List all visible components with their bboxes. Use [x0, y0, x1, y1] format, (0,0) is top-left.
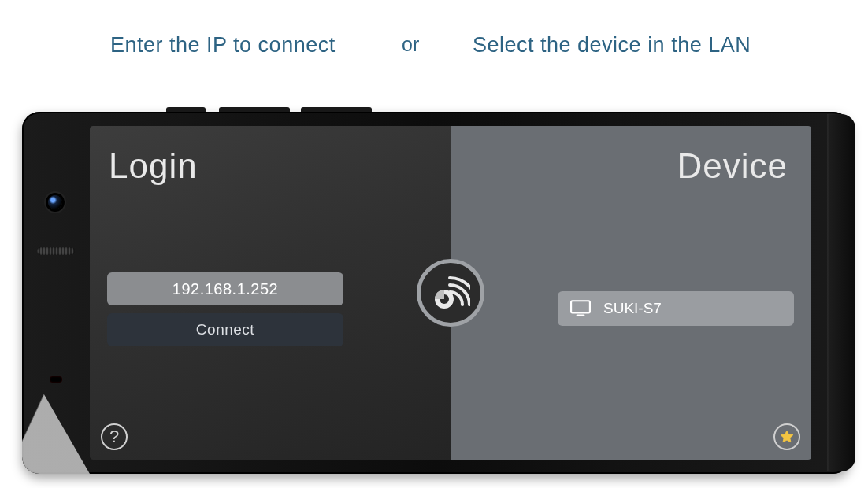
device-item[interactable]: SUKI-S7: [558, 291, 794, 326]
device-name: SUKI-S7: [603, 300, 662, 317]
login-controls: Connect: [107, 272, 343, 346]
svg-rect-1: [577, 315, 585, 316]
login-title: Login: [109, 146, 198, 186]
svg-rect-0: [571, 301, 590, 312]
cast-icon: [431, 273, 470, 312]
phone-screen: Login Connect ? Device: [90, 126, 811, 460]
help-button[interactable]: ?: [101, 423, 128, 450]
phone-endcap: [827, 114, 855, 471]
device-pane: Device SUKI-S7: [451, 126, 811, 460]
monitor-icon: [570, 300, 591, 317]
caption-or: or: [402, 33, 419, 56]
caption-enter-ip: Enter the IP to connect: [110, 33, 336, 57]
cast-badge: [417, 259, 484, 327]
camera-lens: [48, 195, 62, 209]
phone-mockup: Login Connect ? Device: [22, 112, 851, 474]
speaker-grill: [37, 247, 75, 255]
device-list: SUKI-S7: [558, 291, 794, 326]
caption-select-lan: Select the device in the LAN: [473, 33, 751, 57]
decorative-corner: [22, 293, 90, 474]
sensor-dot: [50, 376, 62, 383]
favorite-button[interactable]: [773, 423, 800, 450]
ip-input[interactable]: [107, 272, 343, 305]
phone-body: Login Connect ? Device: [22, 112, 851, 474]
question-mark-icon: ?: [109, 427, 119, 447]
connect-button[interactable]: Connect: [107, 313, 343, 346]
device-title: Device: [677, 146, 788, 186]
star-icon: [779, 429, 795, 445]
login-pane: Login Connect ?: [90, 126, 451, 460]
